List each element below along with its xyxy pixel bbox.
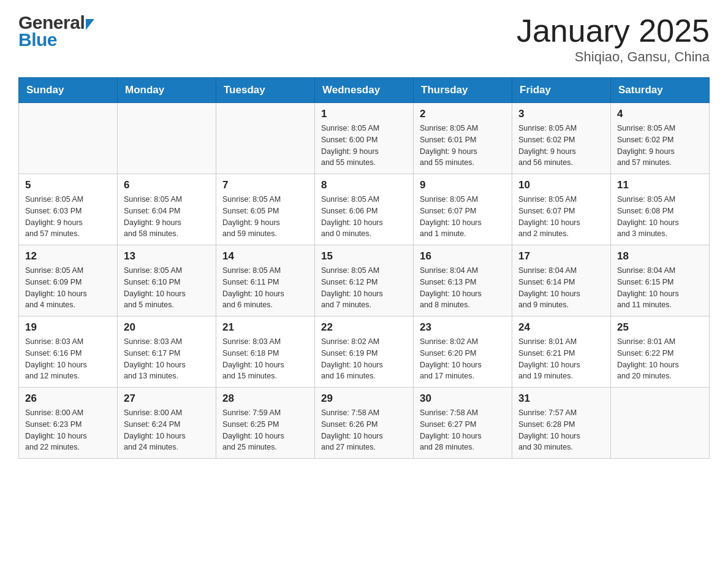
day-number: 18 bbox=[617, 250, 703, 262]
calendar-cell: 10Sunrise: 8:05 AMSunset: 6:07 PMDayligh… bbox=[512, 174, 611, 245]
calendar-cell bbox=[216, 103, 315, 174]
calendar-cell: 21Sunrise: 8:03 AMSunset: 6:18 PMDayligh… bbox=[216, 316, 315, 388]
day-header-thursday: Thursday bbox=[414, 78, 512, 103]
day-info: Sunrise: 8:04 AMSunset: 6:15 PMDaylight:… bbox=[617, 265, 703, 311]
day-info: Sunrise: 8:03 AMSunset: 6:18 PMDaylight:… bbox=[222, 336, 308, 382]
day-info: Sunrise: 8:00 AMSunset: 6:24 PMDaylight:… bbox=[124, 407, 210, 453]
day-info: Sunrise: 8:05 AMSunset: 6:02 PMDaylight:… bbox=[518, 123, 604, 169]
page-header: General Blue January 2025 Shiqiao, Gansu… bbox=[18, 12, 710, 65]
day-number: 14 bbox=[222, 250, 308, 262]
calendar-cell: 24Sunrise: 8:01 AMSunset: 6:21 PMDayligh… bbox=[512, 316, 611, 388]
day-info: Sunrise: 8:03 AMSunset: 6:17 PMDaylight:… bbox=[124, 336, 210, 382]
calendar-cell: 16Sunrise: 8:04 AMSunset: 6:13 PMDayligh… bbox=[414, 245, 512, 316]
day-number: 1 bbox=[321, 108, 407, 120]
calendar-cell: 9Sunrise: 8:05 AMSunset: 6:07 PMDaylight… bbox=[414, 174, 512, 245]
day-number: 7 bbox=[222, 179, 308, 191]
day-number: 16 bbox=[420, 250, 506, 262]
day-number: 25 bbox=[617, 321, 703, 334]
day-number: 27 bbox=[124, 393, 210, 405]
day-number: 9 bbox=[420, 179, 506, 191]
calendar-subtitle: Shiqiao, Gansu, China bbox=[517, 49, 710, 65]
day-info: Sunrise: 7:58 AMSunset: 6:27 PMDaylight:… bbox=[420, 407, 506, 453]
calendar-cell: 4Sunrise: 8:05 AMSunset: 6:02 PMDaylight… bbox=[611, 103, 710, 174]
day-info: Sunrise: 8:03 AMSunset: 6:16 PMDaylight:… bbox=[25, 336, 111, 382]
day-header-tuesday: Tuesday bbox=[216, 78, 315, 103]
day-number: 23 bbox=[420, 321, 506, 334]
day-info: Sunrise: 8:05 AMSunset: 6:02 PMDaylight:… bbox=[617, 123, 703, 169]
day-info: Sunrise: 8:05 AMSunset: 6:01 PMDaylight:… bbox=[420, 123, 506, 169]
week-row-5: 26Sunrise: 8:00 AMSunset: 6:23 PMDayligh… bbox=[19, 388, 710, 459]
day-number: 11 bbox=[617, 179, 703, 191]
day-number: 21 bbox=[222, 321, 308, 334]
calendar-cell bbox=[118, 103, 216, 174]
day-header-saturday: Saturday bbox=[611, 78, 710, 103]
calendar-cell: 29Sunrise: 7:58 AMSunset: 6:26 PMDayligh… bbox=[315, 388, 414, 459]
day-header-friday: Friday bbox=[512, 78, 611, 103]
day-info: Sunrise: 8:05 AMSunset: 6:12 PMDaylight:… bbox=[321, 265, 407, 311]
week-row-2: 5Sunrise: 8:05 AMSunset: 6:03 PMDaylight… bbox=[19, 174, 710, 245]
day-number: 28 bbox=[222, 393, 308, 405]
calendar-cell bbox=[611, 388, 710, 459]
title-section: January 2025 Shiqiao, Gansu, China bbox=[517, 12, 710, 65]
week-row-3: 12Sunrise: 8:05 AMSunset: 6:09 PMDayligh… bbox=[19, 245, 710, 316]
calendar-cell: 19Sunrise: 8:03 AMSunset: 6:16 PMDayligh… bbox=[19, 316, 118, 388]
day-number: 2 bbox=[420, 108, 506, 120]
calendar-cell: 28Sunrise: 7:59 AMSunset: 6:25 PMDayligh… bbox=[216, 388, 315, 459]
day-header-sunday: Sunday bbox=[19, 78, 118, 103]
day-info: Sunrise: 8:01 AMSunset: 6:22 PMDaylight:… bbox=[617, 336, 703, 382]
calendar-cell: 12Sunrise: 8:05 AMSunset: 6:09 PMDayligh… bbox=[19, 245, 118, 316]
calendar-cell: 14Sunrise: 8:05 AMSunset: 6:11 PMDayligh… bbox=[216, 245, 315, 316]
day-number: 19 bbox=[25, 321, 111, 334]
day-info: Sunrise: 8:01 AMSunset: 6:21 PMDaylight:… bbox=[518, 336, 604, 382]
day-info: Sunrise: 8:04 AMSunset: 6:14 PMDaylight:… bbox=[518, 265, 604, 311]
day-number: 29 bbox=[321, 393, 407, 405]
calendar-cell: 1Sunrise: 8:05 AMSunset: 6:00 PMDaylight… bbox=[315, 103, 414, 174]
day-info: Sunrise: 8:05 AMSunset: 6:03 PMDaylight:… bbox=[25, 194, 111, 240]
day-number: 10 bbox=[518, 179, 604, 191]
day-info: Sunrise: 7:58 AMSunset: 6:26 PMDaylight:… bbox=[321, 407, 407, 453]
calendar-cell: 13Sunrise: 8:05 AMSunset: 6:10 PMDayligh… bbox=[118, 245, 216, 316]
day-number: 6 bbox=[124, 179, 210, 191]
calendar-cell: 17Sunrise: 8:04 AMSunset: 6:14 PMDayligh… bbox=[512, 245, 611, 316]
day-header-monday: Monday bbox=[118, 78, 216, 103]
logo: General Blue bbox=[18, 12, 94, 50]
day-number: 30 bbox=[420, 393, 506, 405]
calendar-cell: 26Sunrise: 8:00 AMSunset: 6:23 PMDayligh… bbox=[19, 388, 118, 459]
day-info: Sunrise: 8:04 AMSunset: 6:13 PMDaylight:… bbox=[420, 265, 506, 311]
day-header-wednesday: Wednesday bbox=[315, 78, 414, 103]
calendar-cell: 25Sunrise: 8:01 AMSunset: 6:22 PMDayligh… bbox=[611, 316, 710, 388]
calendar-body: 1Sunrise: 8:05 AMSunset: 6:00 PMDaylight… bbox=[19, 103, 710, 459]
day-number: 4 bbox=[617, 108, 703, 120]
week-row-4: 19Sunrise: 8:03 AMSunset: 6:16 PMDayligh… bbox=[19, 316, 710, 388]
day-number: 26 bbox=[25, 393, 111, 405]
calendar-cell: 5Sunrise: 8:05 AMSunset: 6:03 PMDaylight… bbox=[19, 174, 118, 245]
calendar-cell bbox=[19, 103, 118, 174]
calendar-cell: 7Sunrise: 8:05 AMSunset: 6:05 PMDaylight… bbox=[216, 174, 315, 245]
calendar-cell: 31Sunrise: 7:57 AMSunset: 6:28 PMDayligh… bbox=[512, 388, 611, 459]
day-number: 22 bbox=[321, 321, 407, 334]
day-number: 13 bbox=[124, 250, 210, 262]
calendar-title: January 2025 bbox=[517, 12, 710, 49]
day-number: 31 bbox=[518, 393, 604, 405]
logo-text-blue: Blue bbox=[18, 29, 57, 50]
logo-arrow-icon bbox=[86, 19, 94, 30]
day-info: Sunrise: 8:05 AMSunset: 6:00 PMDaylight:… bbox=[321, 123, 407, 169]
day-number: 17 bbox=[518, 250, 604, 262]
calendar-header: SundayMondayTuesdayWednesdayThursdayFrid… bbox=[19, 78, 710, 103]
calendar-cell: 22Sunrise: 8:02 AMSunset: 6:19 PMDayligh… bbox=[315, 316, 414, 388]
calendar-cell: 11Sunrise: 8:05 AMSunset: 6:08 PMDayligh… bbox=[611, 174, 710, 245]
calendar-table: SundayMondayTuesdayWednesdayThursdayFrid… bbox=[18, 77, 710, 459]
day-number: 12 bbox=[25, 250, 111, 262]
calendar-cell: 30Sunrise: 7:58 AMSunset: 6:27 PMDayligh… bbox=[414, 388, 512, 459]
day-info: Sunrise: 8:05 AMSunset: 6:04 PMDaylight:… bbox=[124, 194, 210, 240]
calendar-cell: 15Sunrise: 8:05 AMSunset: 6:12 PMDayligh… bbox=[315, 245, 414, 316]
calendar-cell: 8Sunrise: 8:05 AMSunset: 6:06 PMDaylight… bbox=[315, 174, 414, 245]
week-row-1: 1Sunrise: 8:05 AMSunset: 6:00 PMDaylight… bbox=[19, 103, 710, 174]
day-info: Sunrise: 7:59 AMSunset: 6:25 PMDaylight:… bbox=[222, 407, 308, 453]
day-number: 3 bbox=[518, 108, 604, 120]
day-info: Sunrise: 8:05 AMSunset: 6:06 PMDaylight:… bbox=[321, 194, 407, 240]
day-info: Sunrise: 8:05 AMSunset: 6:07 PMDaylight:… bbox=[518, 194, 604, 240]
day-number: 15 bbox=[321, 250, 407, 262]
day-info: Sunrise: 8:05 AMSunset: 6:07 PMDaylight:… bbox=[420, 194, 506, 240]
day-info: Sunrise: 8:02 AMSunset: 6:19 PMDaylight:… bbox=[321, 336, 407, 382]
